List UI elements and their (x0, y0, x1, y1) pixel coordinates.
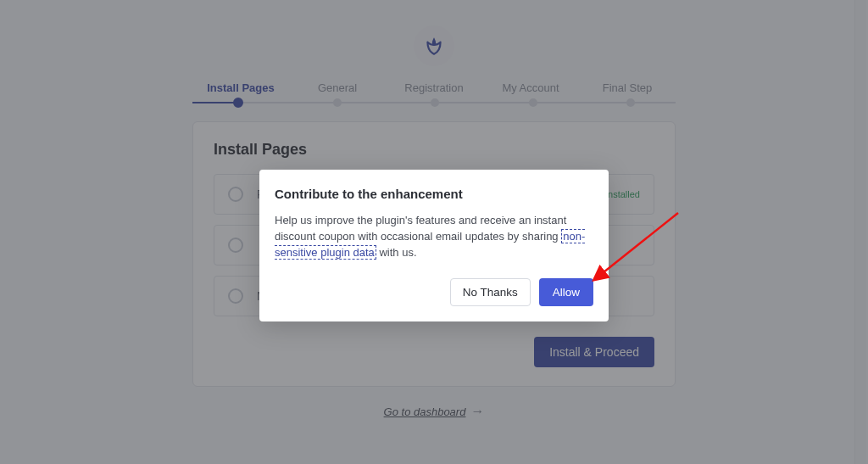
modal-title: Contribute to the enhancement (275, 187, 593, 201)
modal-body: Help us improve the plugin's features an… (275, 213, 593, 261)
no-thanks-button[interactable]: No Thanks (450, 278, 531, 306)
modal-body-after: with us. (376, 246, 417, 259)
consent-modal: Contribute to the enhancement Help us im… (259, 170, 609, 321)
modal-body-before: Help us improve the plugin's features an… (275, 214, 566, 243)
modal-actions: No Thanks Allow (275, 278, 593, 306)
allow-button[interactable]: Allow (539, 278, 593, 306)
